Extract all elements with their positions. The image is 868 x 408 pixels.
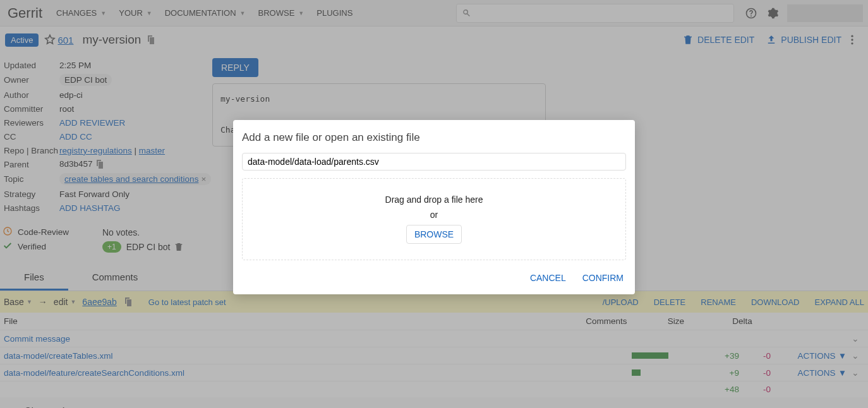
dropzone[interactable]: Drag and drop a file here or BROWSE <box>242 178 626 260</box>
drop-label: Drag and drop a file here <box>385 195 483 205</box>
file-path-input[interactable] <box>242 153 626 171</box>
or-label: or <box>430 210 438 220</box>
cancel-button[interactable]: CANCEL <box>527 269 569 287</box>
modal-overlay[interactable]: Add a new file or open an existing file … <box>0 0 868 408</box>
browse-button[interactable]: BROWSE <box>406 225 462 244</box>
add-file-dialog: Add a new file or open an existing file … <box>233 120 635 294</box>
confirm-button[interactable]: CONFIRM <box>580 269 626 287</box>
dialog-title: Add a new file or open an existing file <box>242 131 626 144</box>
